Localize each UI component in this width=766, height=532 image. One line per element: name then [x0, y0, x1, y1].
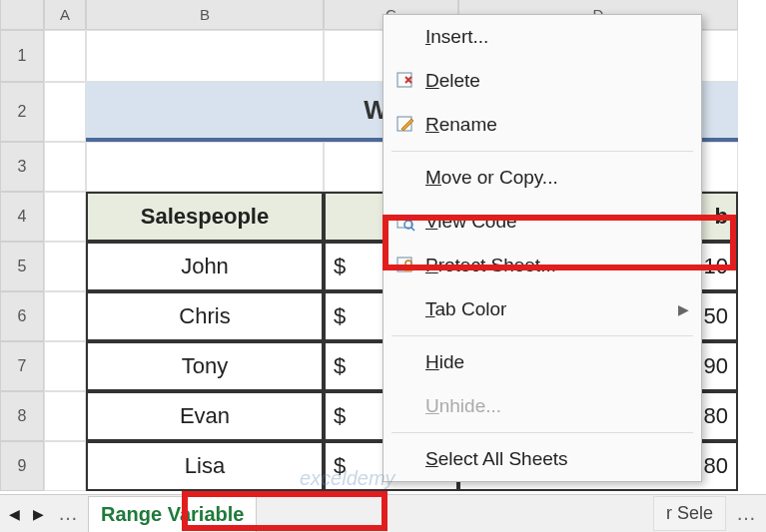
view-code-icon	[395, 212, 425, 232]
row-header-4[interactable]: 4	[0, 192, 44, 242]
menu-tab-color[interactable]: Tab Color ▶	[383, 287, 701, 331]
tab-nav-prev[interactable]: ◀	[4, 504, 24, 524]
menu-label: Hide	[425, 351, 689, 373]
delete-icon	[395, 71, 425, 91]
menu-select-all-sheets[interactable]: Select All Sheets	[383, 437, 701, 481]
menu-label: Delete	[425, 70, 689, 92]
row-header-8[interactable]: 8	[0, 391, 44, 441]
sheet-tabs: ◀ ▶ … Range Variable r Sele …	[0, 494, 766, 532]
menu-label: Insert...	[425, 26, 689, 48]
row-header-6[interactable]: 6	[0, 291, 44, 341]
menu-view-code[interactable]: View Code	[383, 200, 701, 244]
row-header-5[interactable]: 5	[0, 242, 44, 291]
tab-nav-next[interactable]: ▶	[28, 504, 48, 524]
menu-label: Tab Color	[425, 298, 678, 320]
table-row[interactable]: John	[86, 242, 324, 291]
menu-label: Select All Sheets	[425, 448, 689, 470]
protect-icon	[395, 256, 425, 275]
tab-ellipsis-left[interactable]: …	[52, 502, 84, 525]
row-header-1[interactable]: 1	[0, 30, 44, 82]
menu-hide[interactable]: Hide	[383, 340, 701, 384]
menu-insert[interactable]: Insert...	[383, 15, 701, 59]
menu-unhide: Unhide...	[383, 384, 701, 428]
table-row[interactable]: Chris	[86, 291, 324, 341]
svg-rect-8	[404, 266, 412, 271]
sheet-context-menu: Insert... Delete Rename Move or Copy... …	[383, 14, 702, 482]
menu-label: Unhide...	[425, 395, 689, 417]
svg-line-6	[411, 228, 414, 231]
row-header-7[interactable]: 7	[0, 341, 44, 391]
menu-delete[interactable]: Delete	[383, 59, 701, 103]
menu-label: Move or Copy...	[425, 167, 689, 189]
row-header-2[interactable]: 2	[0, 82, 44, 142]
table-header-salespeople[interactable]: Salespeople	[86, 192, 324, 242]
table-row[interactable]: Evan	[86, 391, 324, 441]
menu-label: Protect Sheet...	[425, 255, 689, 276]
select-all-corner[interactable]	[0, 0, 44, 30]
menu-move-or-copy[interactable]: Move or Copy...	[383, 156, 701, 200]
rename-icon	[395, 115, 425, 135]
col-header-a[interactable]: A	[44, 0, 86, 30]
table-row[interactable]: Lisa	[86, 441, 324, 491]
menu-protect-sheet[interactable]: Protect Sheet...	[383, 244, 701, 287]
chevron-right-icon: ▶	[678, 301, 689, 317]
menu-label: Rename	[425, 114, 689, 136]
menu-label: View Code	[425, 211, 689, 233]
col-header-b[interactable]: B	[86, 0, 324, 30]
tab-range-variable[interactable]: Range Variable	[88, 496, 257, 532]
tab-ellipsis-right[interactable]: …	[730, 502, 762, 525]
row-header-9[interactable]: 9	[0, 441, 44, 491]
tab-other[interactable]: r Sele	[653, 496, 726, 531]
row-header-3[interactable]: 3	[0, 142, 44, 192]
menu-rename[interactable]: Rename	[383, 103, 701, 147]
table-row[interactable]: Tony	[86, 341, 324, 391]
